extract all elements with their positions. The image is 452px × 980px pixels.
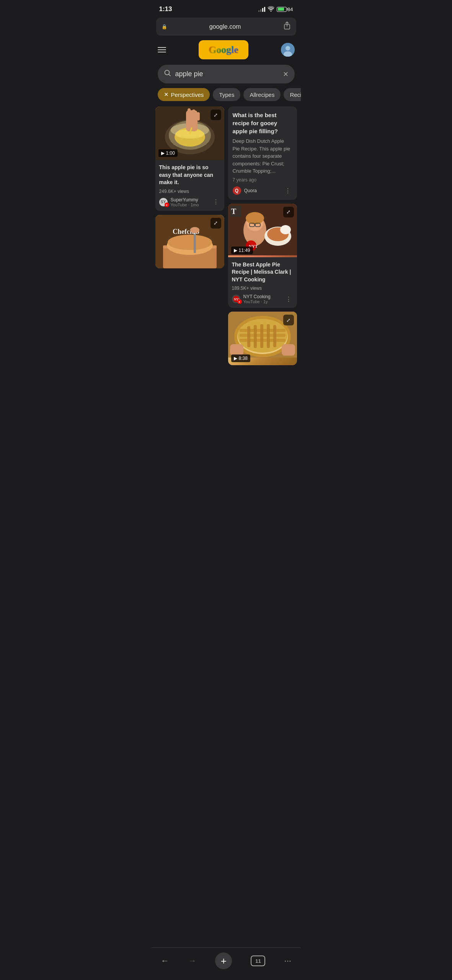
google-header: Google (152, 39, 301, 63)
svg-rect-49 (260, 324, 263, 348)
expand-icon-chefclub[interactable]: ⤢ (210, 218, 221, 229)
video-thumbnail-nyt: T NYT (228, 204, 297, 257)
video-thumbnail-chefclub: Chefclub ⤢ (155, 215, 224, 268)
video-views-1: 249.6K+ views (159, 189, 220, 194)
search-bar[interactable]: apple pie ✕ (158, 65, 295, 83)
svg-point-2 (286, 46, 290, 51)
expand-icon-lattice[interactable]: ⤢ (283, 315, 294, 325)
svg-rect-53 (230, 344, 243, 356)
nyt-source-name: NYT Cooking (243, 294, 281, 299)
search-clear-icon[interactable]: ✕ (283, 70, 289, 78)
svg-rect-14 (197, 112, 200, 121)
quora-source-name: Quora (244, 188, 280, 193)
google-logo: Google (171, 40, 276, 59)
article-source: Q Quora ⋮ (233, 186, 292, 195)
google-doodle: Google (199, 40, 248, 59)
source-detail-1: YouTube · 1mo (171, 203, 208, 207)
quora-avatar: Q (233, 186, 241, 195)
lock-icon: 🔒 (162, 24, 167, 29)
source-name-1: SuperYummy (171, 197, 208, 203)
nyt-source-detail: YouTube · 1y (243, 299, 281, 304)
browser-url-bar[interactable]: 🔒 google.com (156, 18, 296, 36)
play-icon (161, 150, 165, 156)
status-icons: 84 (258, 6, 293, 13)
right-column: What is the best recipe for gooey apple … (228, 106, 297, 365)
svg-point-29 (246, 212, 264, 224)
superyummy-avatar: SY (159, 198, 168, 206)
play-icon-lattice (234, 356, 237, 361)
svg-point-19 (168, 235, 212, 250)
svg-rect-50 (267, 324, 270, 348)
status-time: 1:13 (159, 5, 172, 13)
battery-icon (277, 7, 287, 12)
video-card-1[interactable]: ⤢ 1:00 This apple pie is so easy that an… (155, 106, 224, 211)
search-icon (164, 69, 171, 79)
video-card-lattice[interactable]: ⤢ 8:38 (228, 312, 297, 365)
video-title-1: This apple pie is so easy that anyone ca… (159, 164, 220, 186)
chip-types[interactable]: Types (213, 88, 240, 101)
video-source-1: SY SuperYummy YouTube · 1mo ⋮ (159, 197, 220, 207)
nyt-yt-badge (237, 299, 242, 304)
filter-chips: ✕ Perspectives Types Allrecipes Recipe e… (152, 88, 301, 106)
video-thumbnail-lattice: ⤢ 8:38 (228, 312, 297, 365)
video-card-nyt[interactable]: T NYT (228, 204, 297, 308)
more-options-1[interactable]: ⋮ (211, 198, 220, 206)
article-card-quora[interactable]: What is the best recipe for gooey apple … (228, 106, 297, 200)
video-duration-1: 1:00 (158, 149, 178, 157)
video-thumbnail-1: ⤢ 1:00 (155, 106, 224, 160)
url-text[interactable]: google.com (170, 23, 280, 30)
svg-text:T: T (231, 207, 237, 216)
svg-point-35 (280, 225, 291, 234)
article-title: What is the best recipe for gooey apple … (233, 111, 292, 135)
chip-allrecipes[interactable]: Allrecipes (243, 88, 281, 101)
chip-recipe-easy[interactable]: Recipe easy (284, 88, 300, 101)
svg-point-23 (190, 227, 199, 233)
status-bar: 1:13 84 (152, 0, 301, 16)
svg-rect-47 (247, 326, 250, 347)
nyt-source: NYT NYT Cooking YouTube · 1y ⋮ (232, 294, 293, 304)
user-avatar[interactable] (281, 43, 295, 57)
left-column: ⤢ 1:00 This apple pie is so easy that an… (155, 106, 224, 365)
results-grid: ⤢ 1:00 This apple pie is so easy that an… (152, 106, 301, 365)
svg-rect-48 (254, 325, 257, 348)
video-duration-lattice: 8:38 (231, 354, 250, 362)
svg-rect-51 (273, 325, 276, 347)
video-duration-nyt: 11:49 (231, 247, 253, 254)
video-card-chefclub[interactable]: Chefclub ⤢ (155, 215, 224, 268)
youtube-badge (165, 203, 169, 207)
nyt-video-title: The Best Apple Pie Recipe | Melissa Clar… (232, 261, 293, 284)
search-query[interactable]: apple pie (175, 70, 279, 78)
more-options-article[interactable]: ⋮ (283, 186, 292, 195)
nyt-video-views: 189.5K+ views (232, 286, 293, 291)
svg-rect-12 (188, 108, 191, 120)
signal-icon (258, 7, 265, 12)
hamburger-menu[interactable] (158, 47, 166, 52)
battery-indicator: 84 (277, 7, 293, 12)
play-icon-nyt (234, 248, 237, 253)
more-options-nyt[interactable]: ⋮ (284, 295, 293, 304)
share-icon[interactable] (283, 21, 291, 32)
svg-rect-13 (192, 109, 195, 120)
article-description: Deep Dish Dutch Apple Pie Recipe. This a… (233, 137, 292, 175)
chip-x-icon: ✕ (164, 91, 169, 98)
chip-perspectives[interactable]: ✕ Perspectives (158, 88, 210, 101)
expand-icon-nyt[interactable]: ⤢ (283, 207, 294, 217)
article-time: 7 years ago (233, 177, 292, 183)
svg-rect-54 (282, 344, 295, 356)
expand-icon-1[interactable]: ⤢ (210, 109, 221, 120)
wifi-icon (268, 6, 274, 13)
nyt-avatar: NYT (232, 295, 240, 303)
